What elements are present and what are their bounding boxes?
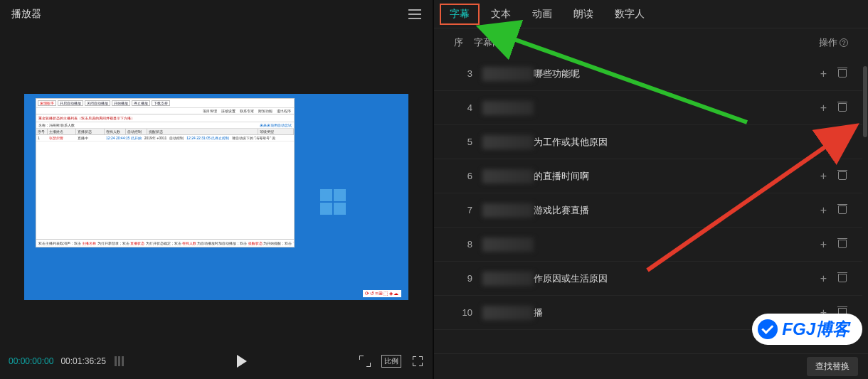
subtitle-index: 3	[451, 68, 472, 79]
tab-avatar[interactable]: 数字人	[605, 4, 655, 25]
subtitle-index: 5	[451, 137, 472, 147]
subtitle-list: 3哪些功能呢+4+5为工作或其他原因+6的直播时间啊+7游戏比赛直播+8+9作原…	[434, 57, 868, 353]
check-icon	[758, 319, 778, 339]
menu-icon[interactable]	[408, 9, 421, 19]
subtitle-row[interactable]: 8+	[434, 228, 868, 262]
windows-start-icon	[320, 189, 346, 215]
ratio-button[interactable]: 比例	[381, 355, 401, 368]
time-current: 00:00:00:00	[9, 356, 53, 366]
scrollbar[interactable]	[862, 60, 868, 352]
subtitle-index: 10	[451, 307, 472, 318]
subtitle-text: 作原因或生活原因	[534, 272, 608, 285]
fullscreen-icon[interactable]	[411, 355, 424, 368]
player-title: 播放器	[11, 8, 41, 21]
bottom-bar: 查找替换	[434, 353, 868, 379]
subtitle-blurred-prefix	[482, 272, 534, 286]
tabs-row: 字幕 文本 动画 朗读 数字人	[434, 0, 868, 28]
trash-icon[interactable]	[838, 170, 847, 180]
subtitle-row[interactable]: 3哪些功能呢+	[434, 57, 868, 91]
subtitle-text: 哪些功能呢	[534, 68, 580, 80]
subtitle-index: 4	[451, 102, 472, 113]
subtitle-panel: 字幕 文本 动画 朗读 数字人 序 字幕内容 操作 ? 3哪些功能呢+4+5为工…	[434, 0, 868, 379]
header-content: 字幕内容	[474, 36, 511, 49]
subtitle-blurred-prefix	[482, 135, 534, 149]
watermark-text: FGJ博客	[782, 318, 850, 341]
subtitle-index: 8	[451, 239, 472, 250]
list-header: 序 字幕内容 操作 ?	[434, 28, 868, 57]
time-total: 00:01:36:25	[60, 356, 105, 366]
subtitle-row[interactable]: 7游戏比赛直播+	[434, 193, 868, 228]
subtitle-row[interactable]: 9作原因或生活原因+	[434, 262, 868, 296]
embedded-app-window: 发现歌手 开启自动播放 关闭自动播放 开始播放 停止播放 下载支持 项目管理 连…	[36, 98, 295, 247]
subtitle-index: 6	[451, 171, 472, 181]
subtitle-row[interactable]: 6的直播时间啊+	[434, 159, 868, 193]
video-frame: 发现歌手 开启自动播放 关闭自动播放 开始播放 停止播放 下载支持 项目管理 连…	[24, 94, 408, 300]
add-icon[interactable]: +	[820, 170, 827, 183]
subtitle-row[interactable]: 4+	[434, 91, 868, 125]
tab-animation[interactable]: 动画	[522, 4, 562, 25]
subtitle-text: 游戏比赛直播	[534, 204, 589, 217]
columns-icon[interactable]	[113, 355, 126, 368]
crop-icon[interactable]	[359, 355, 371, 368]
subtitle-blurred-prefix	[482, 203, 534, 218]
trash-icon[interactable]	[838, 102, 847, 112]
add-icon[interactable]: +	[820, 102, 827, 114]
player-controls: 00:00:00:00 00:01:36:25 比例	[0, 343, 433, 379]
subtitle-text: 为工作或其他原因	[534, 136, 608, 149]
header-ops: 操作	[819, 36, 837, 49]
subtitle-blurred-prefix	[482, 101, 534, 115]
player-header: 播放器	[0, 0, 433, 28]
subtitle-blurred-prefix	[482, 67, 534, 81]
trash-icon[interactable]	[838, 238, 847, 248]
add-icon[interactable]: +	[820, 238, 827, 251]
subtitle-blurred-prefix	[482, 169, 534, 183]
add-icon[interactable]: +	[820, 68, 827, 80]
subtitle-index: 7	[451, 205, 472, 215]
subtitle-row[interactable]: 5为工作或其他原因+	[434, 125, 868, 159]
subtitle-text: 的直播时间啊	[534, 170, 589, 183]
trash-icon[interactable]	[838, 136, 847, 146]
video-area: 发现歌手 开启自动播放 关闭自动播放 开始播放 停止播放 下载支持 项目管理 连…	[0, 28, 433, 343]
add-icon[interactable]: +	[820, 272, 827, 285]
trash-icon[interactable]	[838, 272, 847, 282]
add-icon[interactable]: +	[820, 204, 827, 217]
tab-text[interactable]: 文本	[481, 4, 521, 25]
subtitle-index: 9	[451, 273, 472, 284]
subtitle-blurred-prefix	[482, 237, 534, 252]
taskbar-badge: ⟳↺≡⊞⬚◈☁	[363, 290, 401, 297]
tab-read[interactable]: 朗读	[563, 4, 603, 25]
tab-subtitle[interactable]: 字幕	[440, 4, 480, 25]
trash-icon[interactable]	[838, 204, 847, 214]
watermark-badge: FGJ博客	[752, 314, 862, 345]
header-seq: 序	[454, 36, 474, 49]
help-icon[interactable]: ?	[840, 38, 848, 47]
scroll-thumb[interactable]	[863, 66, 867, 137]
subtitle-text: 播	[534, 306, 543, 319]
add-icon[interactable]: +	[820, 136, 827, 149]
play-button[interactable]	[233, 355, 250, 368]
subtitle-blurred-prefix	[482, 306, 534, 320]
player-panel: 播放器 发现歌手 开启自动播放 关闭自动播放 开始播放 停止播放 下载支持 项目…	[0, 0, 434, 379]
find-replace-button[interactable]: 查找替换	[807, 357, 858, 376]
trash-icon[interactable]	[838, 68, 847, 78]
